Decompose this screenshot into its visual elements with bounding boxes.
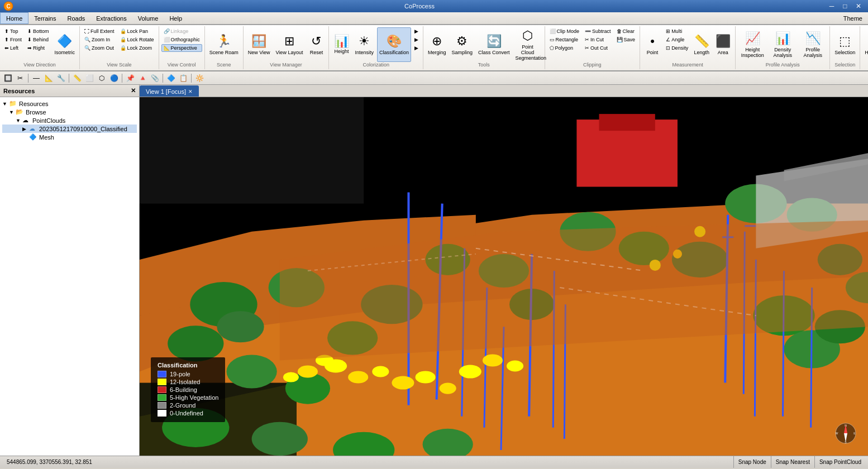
clip-mode-button[interactable]: ⬜ Clip Mode (547, 27, 582, 35)
full-extent-button[interactable]: ⛶ Full Extent (82, 27, 117, 35)
behind-button[interactable]: ⬇ Behind (25, 36, 51, 44)
profile-analysis-icon: 📉 (805, 31, 821, 46)
multi-button[interactable]: ⊞ Multi (664, 27, 690, 35)
density-button[interactable]: ⊡ Density (664, 44, 690, 52)
resources-header: Resources ✕ (0, 85, 139, 97)
view-layout-button[interactable]: ⊞ View Layout (274, 27, 306, 62)
toolbar-btn-4[interactable]: 📐 (43, 73, 54, 84)
area-button[interactable]: ⬛ Area (713, 27, 733, 62)
isometric-button[interactable]: 🔷 Isometric (53, 27, 78, 62)
toolbar-btn-9[interactable]: 🔵 (108, 73, 120, 84)
scene-roam-button[interactable]: 🏃 Scene Roam (207, 27, 241, 62)
svg-text:C: C (6, 3, 10, 9)
class-convert-button[interactable]: 🔄 Class Convert (476, 27, 512, 62)
lock-zoom-button[interactable]: 🔒 Lock Zoom (118, 44, 156, 52)
new-view-button[interactable]: 🪟 New View (246, 27, 273, 62)
menu-extractions[interactable]: Extractions (90, 12, 132, 24)
point-cloud-segmentation-button[interactable]: ⬡ Point Cloud Segmentation (513, 27, 542, 62)
perspective-button[interactable]: 📐 Perspective (161, 44, 202, 52)
front-button[interactable]: ⬆ Front (2, 36, 24, 44)
angle-button[interactable]: ∠ Angle (664, 36, 690, 44)
viewport-tab-view1[interactable]: View 1 [Focus] ✕ (140, 85, 199, 97)
toolbar-btn-3[interactable]: — (31, 73, 42, 84)
polygon-button[interactable]: ⬠ Polygon (547, 44, 582, 52)
height-button[interactable]: 📊 Height (331, 27, 351, 62)
toolbar-btn-2[interactable]: ✂ (15, 73, 26, 84)
toolbar-btn-13[interactable]: 🔷 (165, 73, 177, 84)
zoom-in-button[interactable]: 🔍 Zoom In (82, 36, 117, 44)
reset-button[interactable]: ↺ Reset (306, 27, 326, 62)
point-button[interactable]: • Point (642, 27, 662, 62)
color-extra-1[interactable]: ▶ (412, 27, 421, 35)
ribbon-group-slice: ⊟ HZ Slice ↕ V-Distance Slice (860, 26, 868, 69)
zoom-out-icon: 🔍 (84, 45, 90, 51)
orthographic-button[interactable]: ⬜ Orthographic (161, 36, 202, 44)
intensity-button[interactable]: ☀ Intensity (352, 27, 376, 62)
right-button[interactable]: ➡ Right (25, 44, 51, 52)
in-cut-button[interactable]: ✂ In Cut (583, 36, 613, 44)
merging-button[interactable]: ⊕ Merging (426, 27, 449, 62)
toolbar-btn-14[interactable]: 📋 (178, 73, 189, 84)
tree-item-classified[interactable]: ▶ ☁ 20230512170910000_Classified (2, 125, 137, 133)
ribbon-group-measurement: • Point ⊞ Multi ∠ Angle ⊡ Density (640, 26, 736, 69)
toolbar-btn-1[interactable]: 🔲 (2, 73, 13, 84)
viewport-tab-label: View 1 [Focus] (146, 88, 186, 95)
toolbar-btn-10[interactable]: 📌 (125, 73, 136, 84)
toolbar-btn-7[interactable]: ⬜ (84, 73, 95, 84)
sampling-button[interactable]: ⚙ Sampling (449, 27, 475, 62)
reset-icon: ↺ (311, 34, 321, 49)
rectangle-button[interactable]: ▭ Rectangle (547, 36, 582, 44)
color-extra-2[interactable]: ▶ (412, 36, 421, 44)
linkage-button[interactable]: 🔗 Linkage (161, 27, 202, 35)
menu-home[interactable]: Home (0, 12, 28, 24)
height-inspection-button[interactable]: 📈 Height Inspection (738, 27, 767, 62)
tree-item-mesh[interactable]: 🔷 Mesh (2, 133, 137, 141)
tree-item-browse[interactable]: ▼ 📂 Browse (2, 108, 137, 116)
length-button[interactable]: 📏 Length (691, 27, 712, 62)
toolbar-btn-6[interactable]: 📏 (71, 73, 83, 84)
zoom-out-button[interactable]: 🔍 Zoom Out (82, 44, 117, 52)
top-button[interactable]: ⬆ Top (2, 27, 24, 35)
density-analysis-icon: 📊 (775, 31, 790, 46)
profile-analysis-button[interactable]: 📉 Profile Analysis (798, 27, 827, 62)
viewport-tabs: View 1 [Focus] ✕ (140, 85, 868, 97)
restore-button[interactable]: □ (839, 1, 851, 11)
lock-rotate-button[interactable]: 🔒 Lock Rotate (118, 36, 156, 44)
pointclouds-icon: ☁ (22, 117, 31, 124)
tree-item-resources[interactable]: ▼ 📁 Resources (2, 99, 137, 108)
toolbar-btn-15[interactable]: 🔆 (194, 73, 205, 84)
toolbar-btn-11[interactable]: 🔺 (137, 73, 148, 84)
hz-slice-button[interactable]: ⊟ HZ Slice (862, 27, 868, 62)
classification-button[interactable]: 🎨 Classification (377, 27, 411, 62)
save-icon: 💾 (617, 37, 623, 42)
close-button[interactable]: ✕ (852, 1, 865, 11)
lock-pan-button[interactable]: 🔒 Lock Pan (118, 27, 156, 35)
menu-theme[interactable]: Theme (838, 12, 868, 24)
menu-help[interactable]: Help (164, 12, 188, 24)
menu-volume[interactable]: Volume (132, 12, 164, 24)
resources-close-icon[interactable]: ✕ (131, 87, 136, 94)
toolbar-btn-8[interactable]: ⬡ (96, 73, 107, 84)
out-cut-button[interactable]: ✂ Out Cut (583, 44, 613, 52)
toolbar-row: 🔲 ✂ — 📐 🔧 📏 ⬜ ⬡ 🔵 📌 🔺 📎 🔷 📋 🔆 (0, 71, 868, 85)
selection-button[interactable]: ⬚ Selection (832, 27, 857, 62)
measurement-label: Measurement (673, 62, 703, 68)
subtract-button[interactable]: ➖ Subtract (583, 27, 613, 35)
save-button[interactable]: 💾 Save (614, 36, 638, 44)
color-extra-3[interactable]: ▶ (412, 44, 421, 52)
menu-roads[interactable]: Roads (61, 12, 90, 24)
left-button[interactable]: ⬅ Left (2, 44, 24, 52)
tree-item-pointclouds[interactable]: ▼ ☁ PointClouds (2, 116, 137, 125)
toolbar-btn-5[interactable]: 🔧 (55, 73, 66, 84)
minimize-button[interactable]: ─ (826, 1, 838, 11)
density-analysis-button[interactable]: 📊 Density Analysis (768, 27, 797, 62)
class-convert-icon: 🔄 (487, 34, 502, 49)
bottom-button[interactable]: ⬇ Bottom (25, 27, 51, 35)
toolbar-btn-12[interactable]: 📎 (149, 73, 160, 84)
menu-terrains[interactable]: Terrains (28, 12, 61, 24)
angle-icon: ∠ (666, 37, 670, 42)
legend-color-building (158, 386, 166, 393)
viewport[interactable]: Classification 19-pole 12-Isolated 6-Bui… (140, 97, 868, 456)
viewport-tab-close-icon[interactable]: ✕ (188, 89, 193, 94)
clear-button[interactable]: 🗑 Clear (614, 27, 638, 35)
